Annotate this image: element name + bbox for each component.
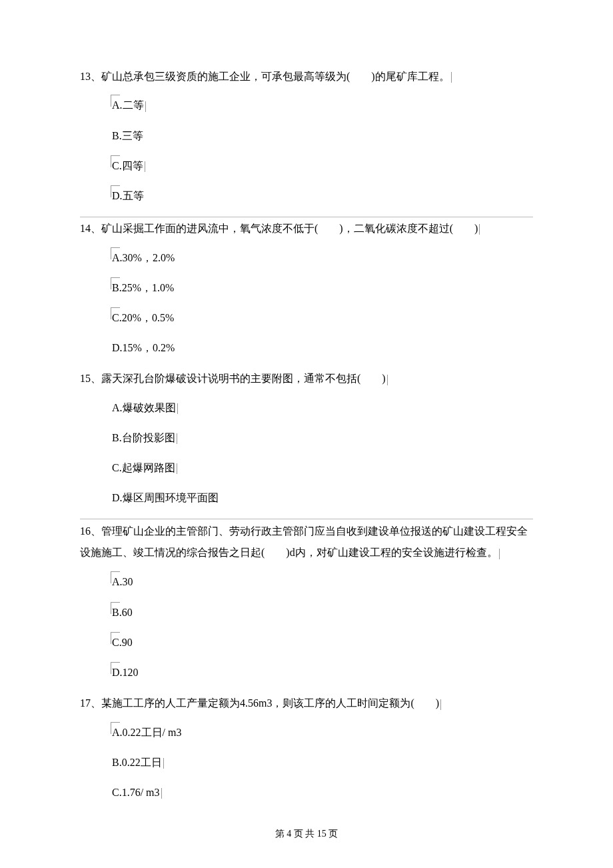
question-body: 某施工工序的人工产量定额为4.56m3，则该工序的人工时间定额为( ) (101, 697, 439, 709)
question-number: 15、 (80, 373, 101, 384)
edit-mark-icon (177, 403, 178, 414)
edit-mark-icon (387, 375, 388, 385)
edit-mark-icon (145, 161, 145, 172)
option-text: D.15%，0.2% (112, 339, 175, 357)
footer-prefix: 第 (275, 829, 287, 839)
edit-mark-icon (177, 463, 177, 474)
footer-total-pages: 15 (317, 829, 326, 839)
question-number: 13、 (80, 71, 101, 82)
option-a: A.0.22工日/ m3 (112, 723, 533, 741)
option-text: A.二等 (112, 96, 144, 114)
question-number: 17、 (80, 697, 101, 709)
option-b: B.25%，1.0% (112, 279, 533, 297)
option-c: C.90 (112, 633, 533, 651)
edit-mark-icon (499, 549, 500, 559)
edit-mark-icon (451, 72, 452, 83)
option-text: D.爆区周围环境平面图 (112, 489, 219, 507)
question-number: 14、 (80, 223, 101, 234)
option-text: A.30 (112, 573, 133, 591)
option-text: D.120 (112, 663, 139, 681)
options-list: A.30 B.60 C.90 D.120 (112, 573, 533, 681)
options-list: A.0.22工日/ m3 B.0.22工日 C.1.76/ m3 (112, 723, 533, 802)
options-list: A.30%，2.0% B.25%，1.0% C.20%，0.5% D.15%，0… (112, 249, 533, 357)
edit-mark-icon (145, 101, 146, 112)
option-text: B.25%，1.0% (112, 279, 174, 297)
option-c: C.20%，0.5% (112, 309, 533, 327)
question-number: 16、 (80, 525, 101, 537)
question-text: 17、某施工工序的人工产量定额为4.56m3，则该工序的人工时间定额为( ) (80, 693, 533, 713)
options-list: A.爆破效果图 B.台阶投影图 C.起爆网路图 D.爆区周围环境平面图 (112, 399, 533, 507)
option-c: C.四等 (112, 157, 533, 175)
option-b: B.0.22工日 (112, 753, 533, 771)
option-text: C.20%，0.5% (112, 309, 174, 327)
question-text: 13、矿山总承包三级资质的施工企业，可承包最高等级为( )的尾矿库工程。 (80, 67, 533, 87)
question-body: 矿山总承包三级资质的施工企业，可承包最高等级为( )的尾矿库工程。 (101, 71, 450, 82)
question-14: 14、矿山采掘工作面的进风流中，氧气浓度不低于( )，二氧化碳浓度不超过( ) … (80, 217, 533, 357)
option-text: D.五等 (112, 187, 144, 205)
option-text: A.0.22工日/ m3 (112, 723, 181, 741)
option-a: A.30 (112, 573, 533, 591)
option-d: D.120 (112, 663, 533, 681)
edit-mark-icon (163, 758, 164, 769)
question-body: 管理矿山企业的主管部门、劳动行政主管部门应当自收到建设单位报送的矿山建设工程安全… (80, 525, 528, 558)
question-text: 16、管理矿山企业的主管部门、劳动行政主管部门应当自收到建设单位报送的矿山建设工… (80, 519, 533, 563)
option-text: A.30%，2.0% (112, 249, 175, 267)
option-b: B.台阶投影图 (112, 429, 533, 447)
question-15: 15、露天深孔台阶爆破设计说明书的主要附图，通常不包括( ) A.爆破效果图 B… (80, 369, 533, 507)
option-text: C.四等 (112, 157, 143, 175)
option-text: B.三等 (112, 127, 143, 145)
question-text: 14、矿山采掘工作面的进风流中，氧气浓度不低于( )，二氧化碳浓度不超过( ) (80, 217, 533, 239)
option-text: C.起爆网路图 (112, 459, 175, 477)
question-13: 13、矿山总承包三级资质的施工企业，可承包最高等级为( )的尾矿库工程。 A.二… (80, 67, 533, 205)
question-body: 露天深孔台阶爆破设计说明书的主要附图，通常不包括( ) (101, 373, 386, 384)
option-d: D.五等 (112, 187, 533, 205)
edit-mark-icon (161, 788, 162, 799)
edit-mark-icon (479, 224, 480, 235)
option-text: B.60 (112, 603, 133, 621)
option-a: A.爆破效果图 (112, 399, 533, 417)
option-d: D.15%，0.2% (112, 339, 533, 357)
option-b: B.60 (112, 603, 533, 621)
option-d: D.爆区周围环境平面图 (112, 489, 533, 507)
option-a: A.30%，2.0% (112, 249, 533, 267)
option-b: B.三等 (112, 127, 533, 145)
document-content: 13、矿山总承包三级资质的施工企业，可承包最高等级为( )的尾矿库工程。 A.二… (80, 67, 533, 801)
option-text: B.台阶投影图 (112, 429, 175, 447)
page-footer: 第 4 页 共 15 页 (0, 828, 613, 840)
footer-middle: 页 共 (291, 829, 317, 839)
edit-mark-icon (177, 433, 177, 444)
options-list: A.二等 B.三等 C.四等 D.五等 (112, 96, 533, 205)
option-text: B.0.22工日 (112, 753, 162, 771)
question-16: 16、管理矿山企业的主管部门、劳动行政主管部门应当自收到建设单位报送的矿山建设工… (80, 519, 533, 681)
option-a: A.二等 (112, 96, 533, 114)
edit-mark-icon (440, 699, 441, 710)
option-text: C.90 (112, 633, 133, 651)
option-text: C.1.76/ m3 (112, 783, 160, 801)
question-body: 矿山采掘工作面的进风流中，氧气浓度不低于( )，二氧化碳浓度不超过( ) (101, 223, 478, 234)
option-c: C.起爆网路图 (112, 459, 533, 477)
question-text: 15、露天深孔台阶爆破设计说明书的主要附图，通常不包括( ) (80, 369, 533, 389)
option-text: A.爆破效果图 (112, 399, 176, 417)
option-c: C.1.76/ m3 (112, 783, 533, 801)
question-17: 17、某施工工序的人工产量定额为4.56m3，则该工序的人工时间定额为( ) A… (80, 693, 533, 801)
footer-suffix: 页 (326, 829, 338, 839)
